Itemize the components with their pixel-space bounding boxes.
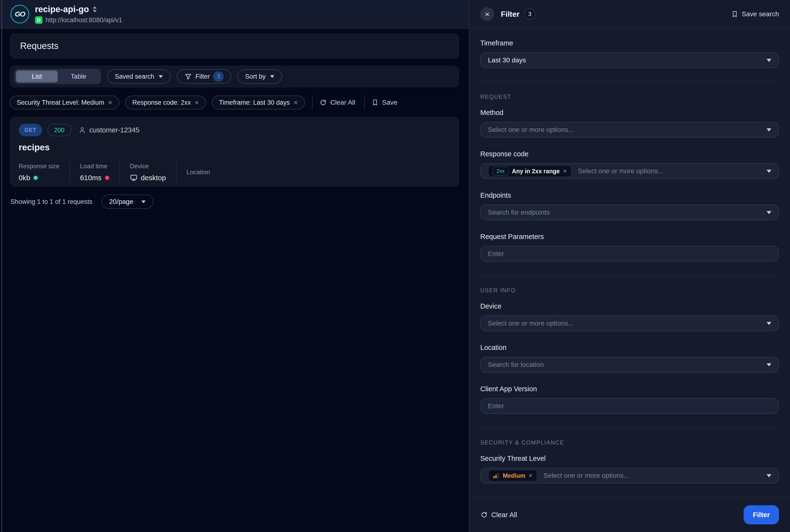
save-filters-button[interactable]: Save	[371, 99, 397, 106]
app-header: GO recipe-api-go D http://localhost:8080…	[0, 0, 469, 29]
refresh-icon	[480, 511, 488, 519]
base-url: http://localhost:8080/api/v1	[45, 17, 122, 24]
filter-button[interactable]: Filter 3	[177, 69, 231, 84]
remove-chip-icon[interactable]: ×	[294, 99, 298, 106]
filter-panel-footer: Clear All Filter	[469, 497, 790, 532]
device-select[interactable]: Select one or more options...	[480, 316, 779, 331]
monitor-icon	[130, 174, 137, 182]
filter-chip-timeframe[interactable]: Timeframe: Last 30 days ×	[212, 96, 305, 110]
chevron-down-icon	[767, 59, 771, 62]
refresh-icon	[319, 99, 327, 106]
pink-status-dot	[105, 176, 109, 180]
method-badge: GET	[19, 124, 42, 136]
request-stats: Response size 0kb Load time 610ms	[19, 163, 450, 182]
title-block: recipe-api-go D http://localhost:8080/ap…	[35, 4, 122, 24]
go-logo: GO	[11, 5, 29, 23]
filter-chip-response-code[interactable]: Response code: 2xx ×	[125, 96, 206, 110]
request-parameters-input[interactable]	[488, 250, 771, 258]
timeframe-select[interactable]: Last 30 days	[480, 52, 779, 68]
section-divider	[480, 81, 779, 82]
env-badge: D	[35, 16, 42, 24]
stat-device: Device desktop	[130, 163, 177, 182]
close-icon: ×	[485, 10, 490, 19]
chevron-down-icon	[159, 75, 163, 78]
chevron-down-icon	[270, 75, 274, 78]
stat-location: Location	[187, 163, 210, 182]
response-code-select[interactable]: 2xx Any in 2xx range × Select one or mor…	[480, 163, 779, 179]
page-size-select[interactable]: 20/page	[102, 194, 153, 209]
go-logo-text: GO	[15, 10, 25, 18]
panel-clear-all-button[interactable]: Clear All	[480, 511, 517, 519]
close-panel-button[interactable]: ×	[480, 7, 494, 21]
client-app-version-input[interactable]	[488, 402, 771, 410]
security-threat-level-select[interactable]: Medium × Select one or more options...	[480, 468, 779, 483]
filter-panel-count-badge: 3	[524, 8, 535, 20]
app-root: GO recipe-api-go D http://localhost:8080…	[0, 0, 790, 532]
status-code-badge: 200	[47, 124, 71, 136]
status-range-badge: 2xx	[493, 167, 509, 176]
pagination-summary: Showing 1 to 1 of 1 requests	[11, 198, 92, 206]
view-toggle: List Table	[14, 69, 101, 84]
bookmark-icon	[731, 11, 738, 18]
filter-panel-title: Filter	[501, 10, 519, 19]
field-endpoints: Endpoints Search for endpoints	[480, 191, 779, 220]
location-select[interactable]: Search for location	[480, 357, 779, 373]
chevron-down-icon	[767, 211, 771, 214]
workspace-switcher-icon[interactable]	[93, 6, 97, 13]
clear-all-button[interactable]: Clear All	[319, 99, 355, 106]
view-toggle-table[interactable]: Table	[58, 71, 99, 82]
filter-panel: × Filter 3 Save search Timeframe Last 30…	[469, 0, 790, 532]
remove-chip-icon[interactable]: ×	[529, 473, 532, 479]
field-device: Device Select one or more options...	[480, 302, 779, 331]
field-response-code: Response code 2xx Any in 2xx range × Sel…	[480, 150, 779, 179]
page-title: Requests	[20, 41, 59, 51]
request-list-item[interactable]: GET 200 customer-12345 recipes Response …	[10, 117, 459, 187]
field-request-parameters: Request Parameters	[480, 233, 779, 262]
chevron-down-icon	[141, 201, 146, 203]
toolbar: List Table Saved search Filter 3 Sort by	[10, 65, 459, 88]
sort-by-button[interactable]: Sort by	[238, 69, 282, 84]
funnel-icon	[184, 73, 192, 80]
chevron-down-icon	[767, 474, 771, 477]
field-method: Method Select one or more options...	[480, 109, 779, 138]
section-label-security: SECURITY & COMPLIANCE	[480, 439, 779, 446]
pagination-row: Showing 1 to 1 of 1 requests 20/page	[10, 194, 459, 209]
stat-response-size: Response size 0kb	[19, 163, 70, 182]
divider	[312, 96, 313, 109]
method-select[interactable]: Select one or more options...	[480, 122, 779, 138]
chevron-down-icon	[767, 363, 771, 366]
section-label-user-info: USER INFO	[480, 287, 779, 294]
bookmark-icon	[371, 99, 379, 106]
main-area: GO recipe-api-go D http://localhost:8080…	[0, 0, 469, 532]
section-divider	[480, 275, 779, 276]
left-edge-divider	[1, 0, 2, 532]
app-title: recipe-api-go	[35, 4, 89, 14]
apply-filter-button[interactable]: Filter	[743, 505, 779, 524]
response-code-chip: 2xx Any in 2xx range ×	[488, 165, 572, 177]
request-endpoint-name: recipes	[19, 142, 450, 152]
filter-count-badge: 3	[213, 71, 224, 82]
main-body: Requests List Table Saved search Filter …	[0, 33, 469, 209]
filter-panel-body: Timeframe Last 30 days REQUEST Method Se…	[469, 29, 790, 497]
filter-chip-security-threat[interactable]: Security Threat Level: Medium ×	[10, 96, 120, 110]
field-client-app-version: Client App Version	[480, 385, 779, 414]
divider	[364, 96, 365, 109]
page-title-card: Requests	[10, 33, 459, 59]
filter-panel-header: × Filter 3 Save search	[469, 0, 790, 29]
saved-search-button[interactable]: Saved search	[107, 69, 170, 84]
active-filters-row: Security Threat Level: Medium × Response…	[10, 96, 459, 110]
endpoints-select[interactable]: Search for endpoints	[480, 205, 779, 220]
customer-id: customer-12345	[78, 126, 140, 134]
remove-chip-icon[interactable]: ×	[195, 99, 199, 106]
stat-load-time: Load time 610ms	[80, 163, 120, 182]
person-icon	[78, 126, 86, 134]
chevron-down-icon	[767, 170, 771, 173]
remove-chip-icon[interactable]: ×	[563, 168, 567, 174]
chevron-down-icon	[767, 128, 771, 131]
chevron-down-icon	[767, 322, 771, 325]
remove-chip-icon[interactable]: ×	[108, 99, 112, 106]
view-toggle-list[interactable]: List	[16, 71, 58, 82]
threat-bars-icon	[493, 472, 499, 479]
save-search-button[interactable]: Save search	[731, 10, 779, 18]
section-divider	[480, 427, 779, 428]
